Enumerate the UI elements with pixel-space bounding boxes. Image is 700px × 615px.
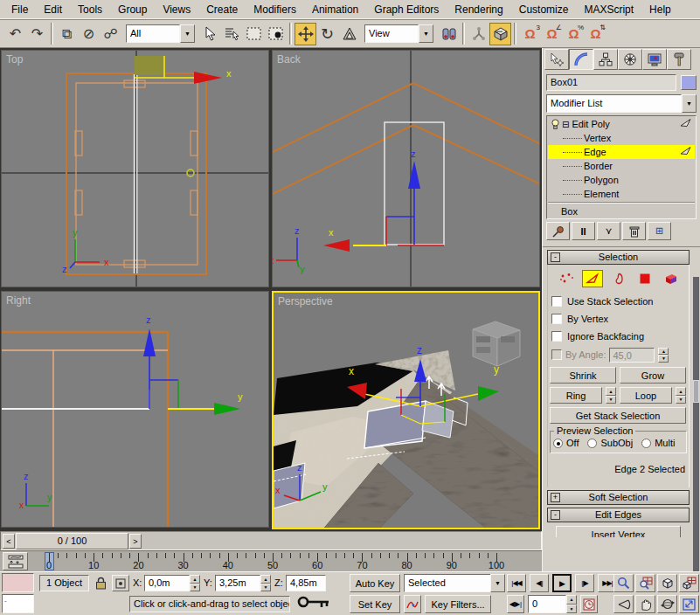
keyboard-shortcut-override-key-icon[interactable]: [294, 591, 334, 614]
menu-item-animation[interactable]: Animation: [304, 1, 366, 18]
chevron-down-icon[interactable]: ▼: [490, 574, 505, 592]
frame-spinner[interactable]: ▲▼: [566, 595, 577, 613]
absolute-offset-toggle-icon[interactable]: [112, 575, 129, 591]
zoom-icon[interactable]: [613, 574, 634, 592]
checkbox[interactable]: [551, 314, 562, 324]
radio-icon[interactable]: [641, 439, 651, 448]
modifier-list-value[interactable]: Modifier List: [546, 94, 682, 113]
rollout-header-edit-edges[interactable]: - Edit Edges: [547, 508, 690, 522]
by-angle-checkbox[interactable]: [551, 349, 562, 360]
pan-hand-icon[interactable]: [635, 595, 655, 613]
viewport-perspective-active[interactable]: Perspective: [272, 291, 540, 529]
stack-sublevel-polygon[interactable]: Polygon: [548, 173, 695, 187]
subobject-vertex-icon[interactable]: [556, 270, 577, 287]
object-name-field[interactable]: Box01: [546, 74, 676, 91]
rollout-header-soft-selection[interactable]: + Soft Selection: [547, 490, 690, 505]
menu-item-edit[interactable]: Edit: [36, 1, 70, 18]
stack-sublevel-border[interactable]: Border: [548, 159, 695, 173]
use-center-flyout-icon[interactable]: [438, 23, 460, 45]
previous-frame-arrow[interactable]: <: [3, 534, 15, 549]
loop-button[interactable]: Loop: [620, 387, 672, 404]
current-frame-field[interactable]: 0: [528, 595, 566, 613]
subobject-edge-icon[interactable]: [582, 270, 603, 287]
ring-spinner[interactable]: ▲▼: [606, 387, 616, 404]
collapse-stack-icon[interactable]: ⊟: [562, 120, 569, 129]
menu-item-views[interactable]: Views: [155, 1, 198, 18]
remove-modifier-icon[interactable]: [622, 222, 646, 240]
stack-sublevel-edge[interactable]: Edge: [548, 145, 695, 159]
selection-lock-icon[interactable]: [93, 575, 108, 591]
previous-frame-button[interactable]: ◀||: [530, 574, 549, 592]
menu-item-tools[interactable]: Tools: [70, 1, 110, 18]
show-end-result-icon[interactable]: II: [572, 222, 595, 240]
tab-create[interactable]: [544, 49, 569, 70]
stack-row-base-object[interactable]: Box: [548, 204, 695, 218]
menu-item-modifiers[interactable]: Modifiers: [246, 1, 304, 18]
scrollbar-handle[interactable]: [693, 380, 699, 403]
radio-option-multi[interactable]: Multi: [641, 438, 675, 448]
unlink-selection-icon[interactable]: ⊘: [78, 23, 100, 45]
menu-item-help[interactable]: Help: [641, 1, 679, 18]
collapse-icon[interactable]: -: [551, 252, 560, 262]
maxscript-input-line[interactable]: -: [2, 594, 34, 613]
key-mode-toggle-icon[interactable]: ◀▶|: [507, 595, 524, 613]
zoom-extents-all-icon[interactable]: [679, 574, 699, 592]
window-crossing-toggle-icon[interactable]: [265, 23, 287, 45]
chevron-down-icon[interactable]: ▼: [419, 24, 433, 43]
zoom-extents-icon[interactable]: [657, 574, 677, 592]
menu-item-create[interactable]: Create: [198, 1, 246, 18]
stack-sublevel-element[interactable]: Element: [548, 187, 695, 201]
insert-vertex-button[interactable]: Insert Vertex: [556, 526, 681, 537]
select-and-rotate-icon[interactable]: ↻: [316, 23, 338, 45]
checkbox[interactable]: [551, 331, 562, 342]
modifier-name[interactable]: Edit Poly: [572, 119, 609, 129]
y-spinner[interactable]: ▲▼: [260, 575, 271, 591]
make-unique-icon[interactable]: ⋎: [597, 222, 620, 240]
object-color-swatch[interactable]: [681, 75, 697, 90]
viewport-back[interactable]: Back z x z x y: [272, 50, 540, 287]
percent-snap-toggle-icon[interactable]: Ω%: [563, 23, 585, 45]
radio-icon[interactable]: [587, 439, 597, 448]
menu-item-file[interactable]: File: [3, 1, 36, 18]
undo-icon[interactable]: ↶: [4, 23, 26, 45]
panel-scrollbar[interactable]: [693, 277, 699, 571]
viewport-right[interactable]: Right z y z x y: [1, 291, 269, 528]
chevron-down-icon[interactable]: ▼: [682, 94, 697, 113]
stack-row-modifier[interactable]: ⊟Edit Poly: [548, 117, 695, 131]
zoom-all-icon[interactable]: [635, 574, 655, 592]
get-stack-selection-button[interactable]: Get Stack Selection: [550, 407, 686, 424]
modifier-list-dropdown[interactable]: Modifier List ▼: [546, 94, 697, 113]
radio-option-subobj[interactable]: SubObj: [587, 438, 633, 448]
by-angle-spinner[interactable]: ▲▼: [658, 348, 669, 363]
pin-stack-icon[interactable]: [546, 222, 570, 240]
set-key-filters-curve-icon[interactable]: [404, 595, 421, 613]
radio-icon[interactable]: [553, 439, 563, 448]
collapse-icon[interactable]: -: [551, 510, 560, 520]
subobject-polygon-icon[interactable]: [634, 270, 655, 287]
play-button[interactable]: ▶: [552, 574, 572, 592]
angle-snap-toggle-icon[interactable]: Ω∠: [541, 23, 563, 45]
time-slider[interactable]: 0 / 100: [16, 533, 128, 549]
viewport-label[interactable]: Right: [6, 294, 31, 307]
bind-to-space-warp-icon[interactable]: ☍: [100, 23, 121, 45]
x-coordinate-field[interactable]: 0,0m: [144, 575, 190, 591]
reference-coordinate-value[interactable]: View: [364, 24, 419, 43]
time-configuration-icon[interactable]: [580, 595, 598, 613]
arc-rotate-icon[interactable]: [657, 595, 677, 613]
shrink-button[interactable]: Shrink: [550, 367, 616, 384]
snaps-toggle-icon[interactable]: [489, 23, 511, 45]
subobject-element-icon[interactable]: [661, 270, 682, 287]
x-spinner[interactable]: ▲▼: [190, 575, 200, 591]
select-and-manipulate-icon[interactable]: [468, 23, 489, 45]
maximize-viewport-toggle-icon[interactable]: [679, 595, 699, 613]
snap-toggle-3d-icon[interactable]: Ω3: [519, 23, 541, 45]
set-key-button[interactable]: Set Key: [350, 595, 400, 613]
rollout-header-selection[interactable]: - Selection: [547, 250, 690, 265]
spinner-snap-toggle-icon[interactable]: Ω⇅: [585, 23, 606, 45]
selection-filter-dropdown[interactable]: All ▼: [126, 24, 195, 43]
radio-option-off[interactable]: Off: [553, 438, 579, 448]
select-and-scale-icon[interactable]: [338, 23, 360, 45]
selection-filter-value[interactable]: All: [126, 24, 180, 43]
next-frame-arrow[interactable]: >: [129, 534, 142, 549]
key-filter-selected-dropdown[interactable]: Selected: [404, 574, 491, 592]
